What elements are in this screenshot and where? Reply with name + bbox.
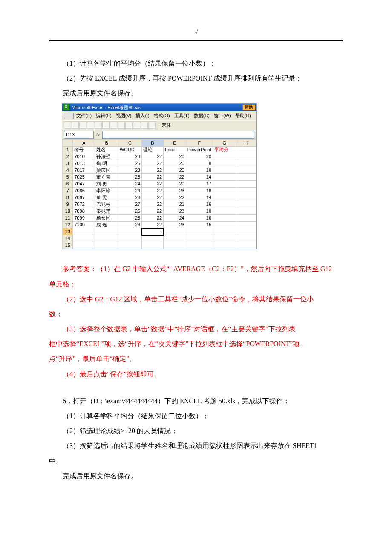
cell-r10c5[interactable]: 18 — [186, 208, 213, 215]
cell-r2c0[interactable]: 7010 — [73, 153, 95, 160]
cell-r5c1[interactable]: 董立青 — [95, 174, 118, 181]
hdrcell-4[interactable]: Excel — [164, 147, 186, 153]
cell-r9c0[interactable]: 7072 — [73, 201, 95, 208]
cell-r7c7[interactable] — [236, 188, 256, 194]
cell-r10c3[interactable]: 22 — [142, 208, 164, 215]
tb-open-icon[interactable] — [72, 121, 79, 129]
tb-chart-icon[interactable] — [141, 121, 148, 129]
menu-tools[interactable]: 工具(T) — [173, 113, 191, 118]
cell-r10c7[interactable] — [236, 208, 256, 215]
colhdr-A[interactable]: A — [73, 140, 95, 147]
cell-r6c3[interactable]: 22 — [142, 181, 164, 188]
cell-r6c2[interactable]: 24 — [118, 181, 141, 188]
cell-r2c3[interactable]: 22 — [142, 153, 164, 160]
cell-r11c4[interactable]: 24 — [164, 215, 186, 222]
menu-format[interactable]: 格式(O) — [152, 113, 172, 118]
cell-r9c6[interactable] — [213, 201, 236, 208]
hdrcell-5[interactable]: PowerPoint — [186, 147, 213, 153]
cell-r2c4[interactable]: 20 — [164, 153, 186, 160]
cell-r6c4[interactable]: 20 — [164, 181, 186, 188]
colhdr-F[interactable]: F — [186, 140, 213, 147]
cell-r9c4[interactable]: 21 — [164, 201, 186, 208]
cell-r9c7[interactable] — [236, 201, 256, 208]
rowhdr-5[interactable]: 5 — [63, 174, 73, 181]
cell-r2c6[interactable] — [213, 153, 236, 160]
rowhdr-4[interactable]: 4 — [63, 167, 73, 174]
tb-sum-icon[interactable] — [125, 121, 133, 129]
cell-r13c4[interactable] — [164, 228, 186, 235]
cell-r5c3[interactable]: 22 — [142, 174, 164, 181]
cell-r2c2[interactable]: 23 — [118, 153, 141, 160]
cell-r15c4[interactable] — [164, 242, 186, 249]
cell-r13c5[interactable] — [186, 228, 213, 235]
cell-r12c4[interactable]: 23 — [164, 222, 186, 228]
cell-r4c5[interactable]: 18 — [186, 167, 213, 174]
tb-undo-icon[interactable] — [118, 121, 125, 129]
menu-insert[interactable]: 插入(I) — [134, 113, 151, 118]
formula-bar[interactable] — [102, 131, 254, 139]
cell-r11c1[interactable]: 杨长国 — [95, 215, 118, 222]
cell-r14c6[interactable] — [213, 235, 236, 242]
cell-r3c6[interactable] — [213, 160, 236, 167]
cell-r10c2[interactable]: 26 — [118, 208, 141, 215]
cell-r12c3[interactable]: 22 — [142, 222, 164, 228]
tb-copy-icon[interactable] — [102, 121, 110, 129]
tb-sort-icon[interactable] — [133, 121, 140, 129]
cell-r3c2[interactable]: 25 — [118, 160, 141, 167]
cell-r6c5[interactable]: 17 — [186, 181, 213, 188]
cell-r13c2[interactable] — [118, 228, 141, 235]
cell-r3c1[interactable]: 焦 明 — [95, 160, 118, 167]
cell-r2c7[interactable] — [236, 153, 256, 160]
cell-r14c2[interactable] — [118, 235, 141, 242]
rowhdr-2[interactable]: 2 — [63, 153, 73, 160]
cell-r4c2[interactable]: 23 — [118, 167, 141, 174]
cell-r11c0[interactable]: 7099 — [73, 215, 95, 222]
cell-r15c3[interactable] — [142, 242, 164, 249]
menu-data[interactable]: 数据(D) — [192, 113, 211, 118]
tb-print-icon[interactable] — [87, 121, 94, 129]
cell-r4c0[interactable]: 7017 — [73, 167, 95, 174]
rowhdr-6[interactable]: 6 — [63, 181, 73, 188]
cell-r9c2[interactable]: 27 — [118, 201, 141, 208]
cell-r15c6[interactable] — [213, 242, 236, 249]
cell-r5c7[interactable] — [236, 174, 256, 181]
cell-r3c3[interactable]: 22 — [142, 160, 164, 167]
rowhdr-10[interactable]: 10 — [63, 208, 73, 215]
rowhdr-15[interactable]: 15 — [63, 242, 73, 249]
hdrcell-0[interactable]: 考号 — [73, 147, 95, 153]
cell-r13c7[interactable] — [236, 228, 256, 235]
hdrcell-1[interactable]: 姓名 — [95, 147, 118, 153]
cell-r11c7[interactable] — [236, 215, 256, 222]
rowhdr-3[interactable]: 3 — [63, 160, 73, 167]
cell-r4c4[interactable]: 20 — [164, 167, 186, 174]
cell-r13c1[interactable] — [95, 228, 118, 235]
cell-r10c6[interactable] — [213, 208, 236, 215]
cell-r4c6[interactable] — [213, 167, 236, 174]
cell-r5c4[interactable]: 22 — [164, 174, 186, 181]
rowhdr-11[interactable]: 11 — [63, 215, 73, 222]
cell-r8c3[interactable]: 22 — [142, 194, 164, 201]
cell-r12c2[interactable]: 26 — [118, 222, 141, 228]
cell-r6c6[interactable] — [213, 181, 236, 188]
cell-r15c7[interactable] — [236, 242, 256, 249]
tb-cut-icon[interactable] — [95, 121, 102, 129]
rowhdr-8[interactable]: 8 — [63, 194, 73, 201]
font-name[interactable]: 宋体 — [159, 123, 174, 127]
cell-r2c1[interactable]: 孙法强 — [95, 153, 118, 160]
colhdr-H[interactable]: H — [236, 140, 256, 147]
tb-save-icon[interactable] — [79, 121, 86, 129]
menu-view[interactable]: 视图(V) — [114, 113, 133, 118]
cell-r11c2[interactable]: 23 — [118, 215, 141, 222]
cell-r10c1[interactable]: 秦兆莲 — [95, 208, 118, 215]
cell-r15c1[interactable] — [95, 242, 118, 249]
hdrcell-7[interactable] — [236, 147, 256, 153]
cell-r12c5[interactable]: 15 — [186, 222, 213, 228]
colhdr-B[interactable]: B — [95, 140, 118, 147]
cell-r2c5[interactable]: 20 — [186, 153, 213, 160]
cell-r13c6[interactable] — [213, 228, 236, 235]
rowhdr-12[interactable]: 12 — [63, 222, 73, 228]
cell-r5c2[interactable]: 25 — [118, 174, 141, 181]
cell-r8c6[interactable] — [213, 194, 236, 201]
cell-r5c0[interactable]: 7025 — [73, 174, 95, 181]
cell-r14c3[interactable] — [142, 235, 164, 242]
